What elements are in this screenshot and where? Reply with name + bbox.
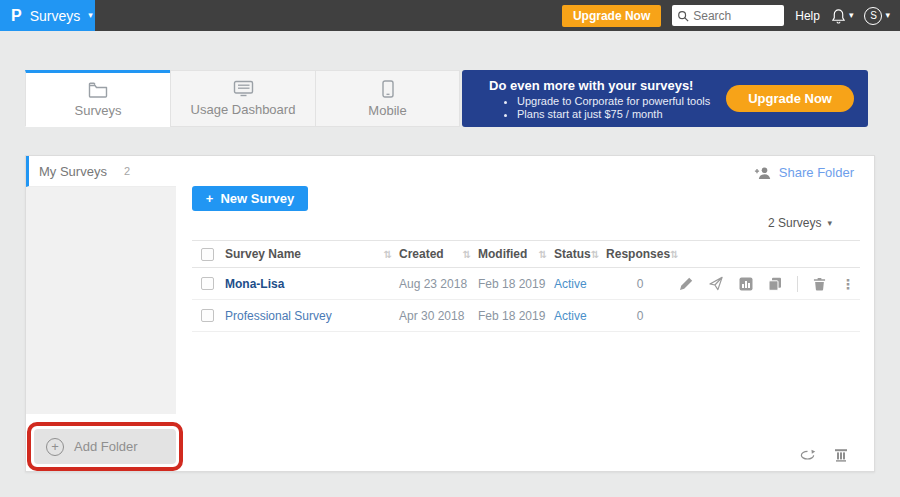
row-checkbox[interactable] xyxy=(201,309,214,322)
responses-cell: 0 xyxy=(601,277,679,291)
app-screen: P Surveys ▾ Upgrade Now Help ▾ S ▾ Surve xyxy=(0,0,900,497)
delete-icon[interactable] xyxy=(813,277,826,291)
surveys-count-label: 2 Surveys xyxy=(768,216,821,230)
modified-cell: Feb 18 2019 xyxy=(478,309,554,323)
sort-icon[interactable]: ⇅ xyxy=(384,249,392,260)
row-actions: ⋮ xyxy=(679,276,877,292)
topbar-right-group: Upgrade Now Help ▾ S ▾ xyxy=(562,5,900,27)
add-folder-label: Add Folder xyxy=(74,439,138,454)
new-survey-button[interactable]: + New Survey xyxy=(192,186,308,211)
banner-upgrade-button[interactable]: Upgrade Now xyxy=(726,85,854,112)
product-name: Surveys xyxy=(30,8,81,24)
sidebar-item-my-surveys[interactable]: My Surveys 2 xyxy=(26,156,176,187)
survey-name-link[interactable]: Professional Survey xyxy=(225,309,332,323)
restore-icon[interactable] xyxy=(799,449,816,462)
my-surveys-count: 2 xyxy=(124,165,130,177)
created-cell: Aug 23 2018 xyxy=(399,277,478,291)
surveys-count-dropdown[interactable]: 2 Surveys ▾ xyxy=(768,216,832,230)
sort-icon[interactable]: ⇅ xyxy=(591,249,599,260)
status-link[interactable]: Active xyxy=(554,277,587,291)
divider xyxy=(797,276,798,292)
surveys-card: My Surveys 2 + Add Folder Share Folder +… xyxy=(25,155,875,472)
caret-down-icon: ▾ xyxy=(827,219,832,228)
upgrade-banner: Do even more with your surveys! Upgrade … xyxy=(462,70,868,127)
sort-icon[interactable]: ⇅ xyxy=(463,249,471,260)
add-folder-button[interactable]: + Add Folder xyxy=(34,429,176,464)
brand-logo: P xyxy=(11,7,22,25)
upgrade-now-button[interactable]: Upgrade Now xyxy=(562,5,661,27)
created-cell: Apr 30 2018 xyxy=(399,309,478,323)
tab-mobile[interactable]: Mobile xyxy=(315,70,460,127)
account-menu[interactable]: S ▾ xyxy=(864,7,890,25)
card-footer-icons xyxy=(799,448,848,462)
copy-icon[interactable] xyxy=(768,277,782,291)
top-bar: P Surveys ▾ Upgrade Now Help ▾ S ▾ xyxy=(0,0,900,31)
header-created[interactable]: Created xyxy=(399,247,444,261)
survey-name-link[interactable]: Mona-Lisa xyxy=(225,277,284,291)
my-surveys-label: My Surveys xyxy=(39,164,107,179)
search-input[interactable] xyxy=(693,9,777,23)
header-survey-name[interactable]: Survey Name xyxy=(225,247,301,261)
sort-icon[interactable]: ⇅ xyxy=(539,249,547,260)
tab-surveys[interactable]: Surveys xyxy=(25,70,170,127)
product-switcher[interactable]: P Surveys ▾ xyxy=(0,0,95,31)
table-header-row: Survey Name ⇅ Created ⇅ Modified ⇅ Statu… xyxy=(192,240,860,268)
send-icon[interactable] xyxy=(708,276,724,291)
new-survey-label: New Survey xyxy=(220,191,294,206)
search-icon xyxy=(677,10,689,22)
responses-cell: 0 xyxy=(601,309,679,323)
person-add-icon xyxy=(754,166,772,180)
notifications-menu[interactable]: ▾ xyxy=(831,8,854,24)
select-all-checkbox[interactable] xyxy=(201,248,214,261)
tab-label: Usage Dashboard xyxy=(191,102,296,117)
plus-icon: + xyxy=(206,191,214,206)
edit-icon[interactable] xyxy=(679,277,693,291)
trash-icon[interactable] xyxy=(834,448,848,462)
status-link[interactable]: Active xyxy=(554,309,587,323)
folder-icon xyxy=(88,82,108,98)
search-box[interactable] xyxy=(672,5,784,26)
tab-label: Mobile xyxy=(368,103,406,118)
main-tabs: Surveys Usage Dashboard Mobile xyxy=(25,70,460,127)
annotation-highlight: + Add Folder xyxy=(27,422,183,471)
caret-down-icon: ▾ xyxy=(88,11,93,20)
modified-cell: Feb 18 2019 xyxy=(478,277,554,291)
share-folder-label: Share Folder xyxy=(779,165,854,180)
share-folder-button[interactable]: Share Folder xyxy=(754,165,854,180)
header-status[interactable]: Status xyxy=(554,247,591,261)
more-actions-icon[interactable]: ⋮ xyxy=(841,276,855,292)
folders-panel xyxy=(26,187,176,414)
plus-circle-icon: + xyxy=(46,438,64,456)
tab-label: Surveys xyxy=(75,103,122,118)
bell-icon xyxy=(831,8,846,24)
header-modified[interactable]: Modified xyxy=(478,247,527,261)
avatar: S xyxy=(864,7,882,25)
table-row: Professional Survey Apr 30 2018 Feb 18 2… xyxy=(192,300,860,332)
help-link[interactable]: Help xyxy=(795,9,820,23)
reports-icon[interactable] xyxy=(739,277,753,291)
sort-icon[interactable]: ⇅ xyxy=(670,249,678,260)
header-responses[interactable]: Responses xyxy=(606,247,670,261)
table-row: Mona-Lisa Aug 23 2018 Feb 18 2019 Active… xyxy=(192,268,860,300)
dashboard-icon xyxy=(233,80,254,97)
mobile-icon xyxy=(382,80,394,98)
row-checkbox[interactable] xyxy=(201,277,214,290)
caret-down-icon: ▾ xyxy=(849,11,854,20)
caret-down-icon: ▾ xyxy=(885,11,890,20)
surveys-table: Survey Name ⇅ Created ⇅ Modified ⇅ Statu… xyxy=(192,240,860,332)
tab-usage-dashboard[interactable]: Usage Dashboard xyxy=(170,70,315,127)
